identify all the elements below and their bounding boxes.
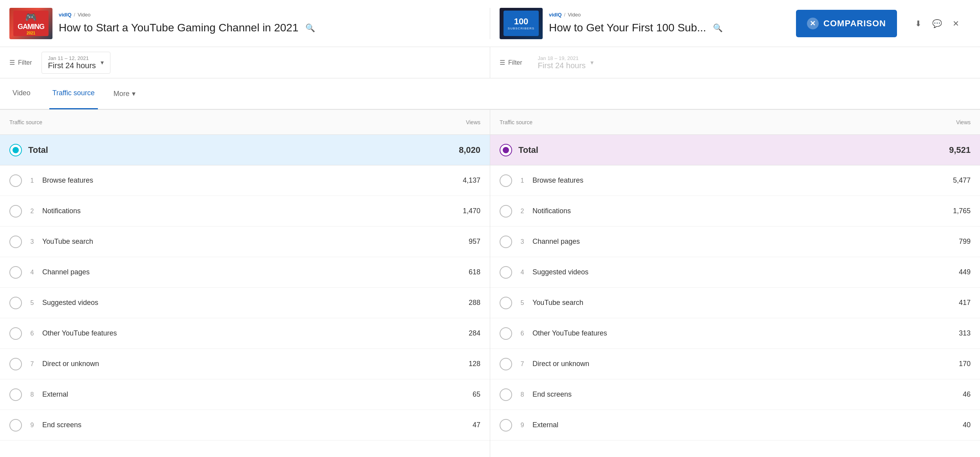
table-row[interactable]: 6 Other YouTube features 313 (490, 318, 980, 349)
table-row[interactable]: 6 Other YouTube features 284 (0, 318, 490, 349)
left-row-2-radio[interactable] (9, 205, 22, 218)
download-button[interactable]: ⬇ (911, 16, 925, 31)
right-total-radio[interactable] (500, 144, 512, 156)
right-search-button[interactable]: 🔍 (711, 21, 725, 35)
left-filter-label: Filter (18, 59, 32, 66)
right-row-1-name: Browse features (532, 176, 931, 185)
left-filter-button[interactable]: ☰ Filter (9, 59, 32, 66)
left-row-2-rank: 2 (28, 208, 36, 215)
table-row[interactable]: 9 End screens 47 (0, 410, 490, 441)
left-row-7-radio[interactable] (9, 358, 22, 370)
right-row-2-rank: 2 (518, 208, 526, 215)
table-row[interactable]: 8 End screens 46 (490, 379, 980, 410)
right-row-8-rank: 8 (518, 391, 526, 398)
right-row-7-name: Direct or unknown (532, 360, 931, 368)
right-row-8-radio[interactable] (500, 388, 512, 401)
top-bar: 🎮 GAMING 2021 vidIQ / Video How to Start… (0, 0, 980, 47)
left-row-7-name: Direct or unknown (42, 360, 441, 368)
left-search-button[interactable]: 🔍 (303, 21, 317, 35)
right-row-1-radio[interactable] (500, 174, 512, 187)
left-date-picker[interactable]: Jan 11 – 12, 2021 First 24 hours ▾ (42, 52, 110, 74)
tab-video[interactable]: Video (9, 78, 34, 109)
right-row-9-value: 40 (931, 421, 971, 429)
tab-more[interactable]: More ▾ (114, 89, 135, 98)
left-filter-section: ☰ Filter Jan 11 – 12, 2021 First 24 hour… (0, 47, 490, 78)
left-row-7-rank: 7 (28, 361, 36, 368)
left-row-9-name: End screens (42, 421, 441, 429)
left-total-radio[interactable] (9, 144, 22, 156)
right-col-source-header: Traffic source (500, 119, 931, 125)
tabs-bar: Video Traffic source More ▾ (0, 78, 980, 110)
left-video-panel: 🎮 GAMING 2021 vidIQ / Video How to Start… (0, 8, 490, 39)
left-row-1-radio[interactable] (9, 174, 22, 187)
table-row[interactable]: 3 YouTube search 957 (0, 227, 490, 257)
tab-traffic-source[interactable]: Traffic source (49, 78, 98, 109)
left-row-4-radio[interactable] (9, 266, 22, 279)
right-row-9-rank: 9 (518, 422, 526, 429)
right-row-8-value: 46 (931, 390, 971, 399)
table-row[interactable]: 1 Browse features 4,137 (0, 165, 490, 196)
table-row[interactable]: 7 Direct or unknown 170 (490, 349, 980, 379)
right-filter-lines-icon: ☰ (500, 59, 505, 66)
left-row-9-radio[interactable] (9, 419, 22, 432)
filter-bar: ☰ Filter Jan 11 – 12, 2021 First 24 hour… (0, 47, 980, 78)
left-section: Video (78, 12, 90, 18)
left-total-row[interactable]: Total 8,020 (0, 135, 490, 165)
right-row-4-name: Suggested videos (532, 268, 931, 276)
left-video-title: How to Start a YouTube Gaming Channel in… (59, 22, 298, 34)
left-row-6-name: Other YouTube features (42, 329, 441, 337)
right-breadcrumb: vidIQ / Video (549, 12, 790, 18)
table-row[interactable]: 1 Browse features 5,477 (490, 165, 980, 196)
left-row-3-radio[interactable] (9, 236, 22, 248)
left-row-3-name: YouTube search (42, 238, 441, 246)
right-row-5-radio[interactable] (500, 297, 512, 309)
right-row-2-radio[interactable] (500, 205, 512, 218)
left-title-row: How to Start a YouTube Gaming Channel in… (59, 21, 480, 35)
table-row[interactable]: 4 Channel pages 618 (0, 257, 490, 288)
right-filter-button[interactable]: ☰ Filter (500, 59, 522, 66)
filter-lines-icon: ☰ (9, 59, 15, 66)
right-row-4-radio[interactable] (500, 266, 512, 279)
left-row-6-value: 284 (441, 329, 480, 337)
left-row-4-value: 618 (441, 268, 480, 276)
feedback-button[interactable]: 💬 (930, 16, 944, 31)
table-row[interactable]: 2 Notifications 1,470 (0, 196, 490, 227)
close-button[interactable]: ✕ (949, 16, 963, 31)
left-row-6-radio[interactable] (9, 327, 22, 340)
table-row[interactable]: 8 External 65 (0, 379, 490, 410)
right-row-3-rank: 3 (518, 238, 526, 245)
right-date-chevron-icon: ▾ (590, 59, 594, 66)
left-table-panel: Traffic source Views Total 8,020 1 Brows… (0, 110, 490, 457)
table-row[interactable]: 7 Direct or unknown 128 (0, 349, 490, 379)
right-video-panel: 100 SUBSCRIBERS vidIQ / Video How to Get… (490, 8, 980, 39)
left-row-5-radio[interactable] (9, 297, 22, 309)
right-row-6-radio[interactable] (500, 327, 512, 340)
right-total-row[interactable]: Total 9,521 (490, 135, 980, 165)
left-row-1-name: Browse features (42, 176, 441, 185)
table-row[interactable]: 2 Notifications 1,765 (490, 196, 980, 227)
left-sep: / (74, 12, 76, 18)
left-row-8-rank: 8 (28, 391, 36, 398)
comparison-button[interactable]: ✕ COMPARISON (796, 10, 897, 37)
table-row[interactable]: 5 Suggested videos 288 (0, 288, 490, 318)
table-row[interactable]: 3 Channel pages 799 (490, 227, 980, 257)
table-row[interactable]: 4 Suggested videos 449 (490, 257, 980, 288)
more-chevron-icon: ▾ (132, 89, 135, 98)
left-total-value: 8,020 (459, 145, 480, 155)
left-date-chevron-icon: ▾ (101, 59, 104, 66)
window-controls: ⬇ 💬 ✕ (911, 16, 971, 31)
right-sep: / (564, 12, 566, 18)
table-row[interactable]: 5 YouTube search 417 (490, 288, 980, 318)
right-row-3-radio[interactable] (500, 236, 512, 248)
right-row-9-radio[interactable] (500, 419, 512, 432)
right-row-7-value: 170 (931, 360, 971, 368)
left-row-6-rank: 6 (28, 330, 36, 337)
left-row-8-radio[interactable] (9, 388, 22, 401)
left-row-2-name: Notifications (42, 207, 441, 215)
table-row[interactable]: 9 External 40 (490, 410, 980, 441)
right-row-5-value: 417 (931, 299, 971, 307)
left-video-meta: vidIQ / Video How to Start a YouTube Gam… (59, 12, 480, 35)
right-total-name: Total (518, 145, 949, 155)
right-row-7-radio[interactable] (500, 358, 512, 370)
right-row-5-rank: 5 (518, 299, 526, 306)
